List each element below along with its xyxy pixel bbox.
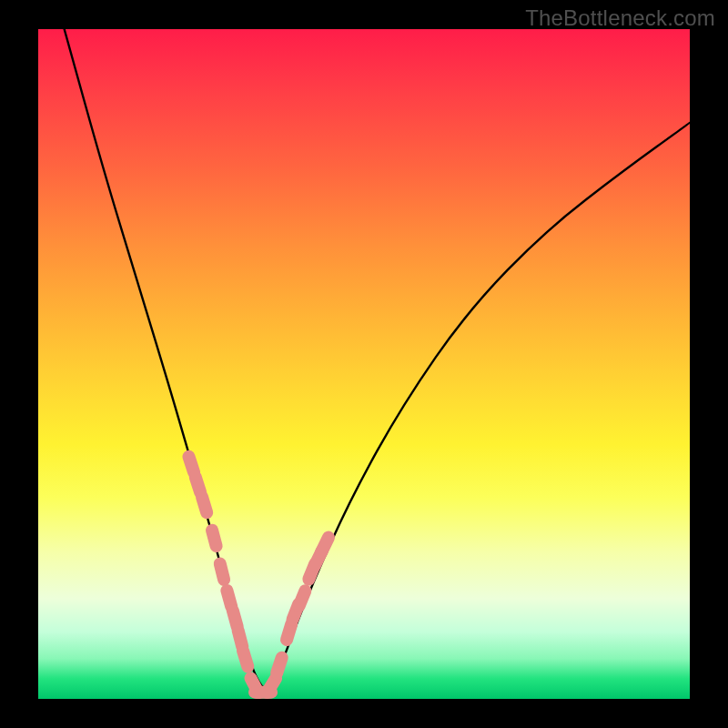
marker-dash <box>233 611 238 626</box>
watermark-text: TheBottleneck.com <box>525 5 715 31</box>
marker-dash <box>188 457 194 472</box>
chart-frame: TheBottleneck.com <box>0 0 728 728</box>
marker-dash <box>196 477 201 492</box>
marker-dash <box>287 624 291 640</box>
marker-dash <box>268 679 276 693</box>
marker-dash <box>243 651 248 666</box>
marker-dash <box>220 563 224 579</box>
marker-dash <box>227 591 231 606</box>
marker-dash <box>277 658 282 673</box>
marker-dash <box>212 531 217 546</box>
plot-area <box>38 29 690 699</box>
marker-dash <box>238 631 243 646</box>
chart-svg <box>38 29 690 699</box>
curve-path <box>65 29 690 689</box>
marker-dash <box>299 591 306 606</box>
marker-group <box>188 457 328 693</box>
marker-dash <box>321 538 329 552</box>
marker-dash <box>202 497 207 512</box>
